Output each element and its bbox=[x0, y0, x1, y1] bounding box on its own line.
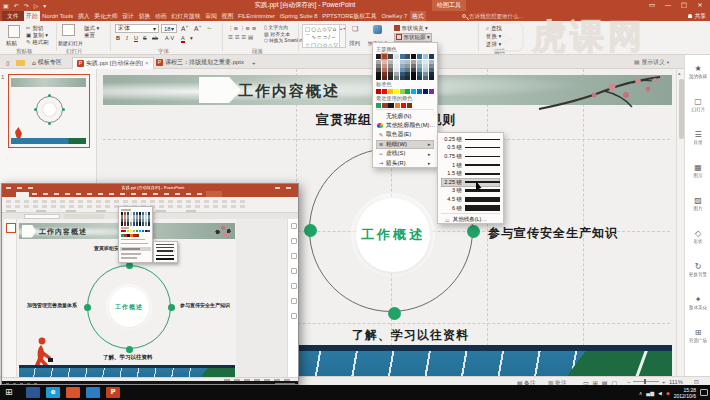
strikethrough-button[interactable]: S bbox=[143, 35, 147, 41]
weight-option-0[interactable]: 0.25 磅 bbox=[441, 135, 500, 144]
recent-color-5[interactable] bbox=[407, 103, 412, 108]
shrink-font-button[interactable]: A˅ bbox=[194, 25, 202, 33]
smartart-button[interactable]: ⬡ 转换为 SmartArt bbox=[264, 38, 302, 43]
outline-menu-item-line-dash[interactable]: ╍虚线(S)▸ bbox=[376, 149, 434, 158]
underline-button[interactable]: U bbox=[134, 35, 138, 41]
standard-color-5[interactable] bbox=[405, 89, 410, 94]
sidebar-item-幻灯片[interactable]: ▢幻灯片 bbox=[685, 88, 710, 121]
theme-variant-5-4[interactable] bbox=[405, 76, 410, 80]
sidebar-item-我的收藏[interactable]: ★我的收藏 bbox=[685, 55, 710, 88]
theme-color-3[interactable] bbox=[394, 54, 399, 59]
redo-icon[interactable]: ↷ bbox=[24, 2, 29, 9]
zoom-slider-thumb[interactable] bbox=[644, 379, 646, 384]
zoom-slider[interactable] bbox=[633, 381, 659, 382]
qat-customize-icon[interactable]: ▾ bbox=[43, 2, 46, 9]
char-spacing-button[interactable]: A·V bbox=[165, 35, 174, 41]
slide-thumbnail[interactable] bbox=[8, 74, 90, 148]
ribbon-tab-开始[interactable]: 开始 bbox=[24, 11, 40, 21]
weight-option-6[interactable]: 3 磅 bbox=[441, 187, 500, 196]
doc-tab-active[interactable]: P 实践.ppt [自动保存的] × bbox=[72, 57, 154, 70]
recent-color-0[interactable] bbox=[376, 103, 381, 108]
fit-slide-button[interactable]: ⊡ bbox=[694, 379, 699, 385]
italic-button[interactable]: I bbox=[126, 35, 128, 41]
zoom-out-button[interactable]: − bbox=[627, 379, 630, 385]
standard-color-6[interactable] bbox=[411, 89, 416, 94]
theme-color-6[interactable] bbox=[411, 54, 416, 59]
theme-color-7[interactable] bbox=[417, 54, 422, 59]
security-flag-icon[interactable]: ◆ bbox=[666, 390, 670, 396]
window-controls[interactable]: ▭—□× bbox=[644, 0, 708, 11]
sidebar-item-目录[interactable]: ☰目录 bbox=[685, 121, 710, 154]
ribbon-tab-OneKey 7[interactable]: OneKey 7 bbox=[379, 11, 410, 21]
open-folder-icon[interactable] bbox=[12, 57, 29, 70]
font-color-dropdown[interactable]: ▾ bbox=[190, 35, 193, 41]
sidebar-item-更换背景[interactable]: ↻更换背景 bbox=[685, 253, 710, 286]
restore-icon[interactable]: □ bbox=[676, 0, 692, 11]
diagram-center-circle[interactable]: 工作概述 bbox=[356, 198, 430, 272]
font-name-select[interactable]: 宋体▾ bbox=[115, 24, 159, 33]
tray-expand-icon[interactable]: ∧ bbox=[639, 390, 643, 396]
layout-button[interactable]: 版式 ▾ bbox=[84, 25, 99, 32]
standard-color-9[interactable] bbox=[429, 89, 434, 94]
weight-option-1[interactable]: 0.5 磅 bbox=[441, 144, 500, 153]
ribbon-tab-格式[interactable]: 格式 bbox=[410, 11, 426, 21]
banner-hexagon-shape[interactable] bbox=[199, 77, 241, 103]
show-notes-toggle[interactable]: ▤ 显示讲义 ▾ bbox=[634, 57, 669, 67]
theme-variant-3-4[interactable] bbox=[394, 76, 399, 80]
diagram-bottom-dot[interactable] bbox=[388, 307, 401, 320]
more-lines-item[interactable]: ▭ 其他线条(L)… bbox=[441, 215, 500, 224]
doc-tab-other[interactable]: P 课程三：排版规划之重要.pptx bbox=[152, 57, 248, 70]
scroll-up-icon[interactable]: ▴ bbox=[678, 70, 681, 76]
sidebar-item-图片[interactable]: ▨图片 bbox=[685, 187, 710, 220]
standard-color-1[interactable] bbox=[382, 89, 387, 94]
outline-menu-item-color-wheel[interactable]: 其他轮廓颜色(M)… bbox=[376, 121, 434, 130]
slide-title[interactable]: 工作内容概述 bbox=[238, 82, 340, 101]
ribbon-tab-视图[interactable]: 视图 bbox=[219, 11, 235, 21]
new-slide-button[interactable]: 新建幻灯片 bbox=[58, 40, 83, 46]
paste-button[interactable]: 粘贴 bbox=[6, 40, 17, 47]
font-color-button[interactable]: A bbox=[181, 35, 185, 43]
text-direction-button[interactable]: ▯ 文字方向 bbox=[264, 24, 288, 30]
sidebar-item-形状[interactable]: ◇形状 bbox=[685, 220, 710, 253]
doc-tab-template-zone[interactable]: ⌂ 模板专区 bbox=[28, 57, 66, 70]
align-text-button[interactable]: ▥ 对齐文本 bbox=[264, 31, 290, 37]
ribbon-tab-文件[interactable]: 文件 bbox=[2, 11, 24, 21]
undo-icon[interactable]: ↶ bbox=[14, 2, 19, 9]
copy-button[interactable]: ▣ 复制 ▾ bbox=[26, 32, 48, 39]
theme-color-4[interactable] bbox=[400, 54, 405, 59]
theme-color-9[interactable] bbox=[429, 54, 434, 59]
weight-option-5[interactable]: 2.25 磅 bbox=[441, 178, 500, 187]
theme-variant-8-4[interactable] bbox=[423, 76, 428, 80]
taskbar-clock[interactable]: 15:28 2012/10/6 bbox=[674, 387, 696, 399]
bold-button[interactable]: B bbox=[116, 35, 120, 41]
start-button[interactable]: ⊞ bbox=[5, 388, 13, 397]
weight-option-2[interactable]: 0.75 磅 bbox=[441, 152, 500, 161]
save-icon[interactable]: ▣ bbox=[3, 2, 9, 9]
arrange-button[interactable]: 排列 bbox=[349, 40, 360, 47]
reset-button[interactable]: 重置 bbox=[84, 32, 95, 39]
shape-fill-button[interactable]: 形状填充 ▾ bbox=[394, 25, 428, 32]
outline-menu-item-eyedropper[interactable]: ✎取色器(E) bbox=[376, 130, 434, 139]
alignment-buttons[interactable]: ☰ ☰ ☰ ▤ bbox=[228, 34, 253, 40]
zoom-level[interactable]: 111% bbox=[669, 379, 683, 385]
volume-icon[interactable]: ◀ bbox=[658, 390, 662, 396]
ribbon-tab-动画[interactable]: 动画 bbox=[153, 11, 169, 21]
recent-color-2[interactable] bbox=[388, 103, 393, 108]
sidebar-item-整体美化[interactable]: ✦整体美化 bbox=[685, 286, 710, 319]
ribbon-tab-Nordri Tools[interactable]: Nordri Tools bbox=[40, 11, 76, 21]
ribbon-display-options-icon[interactable]: ▭ bbox=[644, 0, 660, 11]
weight-option-7[interactable]: 4.5 磅 bbox=[441, 195, 500, 204]
ribbon-tab-美化大师[interactable]: 美化大师 bbox=[92, 11, 120, 21]
theme-variant-0-4[interactable] bbox=[376, 76, 381, 80]
taskbar-powerpoint-icon[interactable]: P bbox=[106, 387, 120, 398]
bullets-numbering-buttons[interactable]: ⋮≡ ⋮≡ ≡ bbox=[228, 25, 256, 31]
recent-color-1[interactable] bbox=[382, 103, 387, 108]
sidebar-item-图示[interactable]: ▦图示 bbox=[685, 154, 710, 187]
shadow-button[interactable]: ab bbox=[152, 35, 158, 41]
format-painter-button[interactable]: ✎ 格式刷 bbox=[26, 39, 49, 46]
theme-variant-4-4[interactable] bbox=[400, 76, 405, 80]
font-size-select[interactable]: 18▾ bbox=[161, 24, 177, 33]
shapes-gallery[interactable]: □○△◇▽⌂⌒∿⊂⊃/~☆□○◇△▽ bbox=[302, 24, 340, 48]
theme-color-0[interactable] bbox=[376, 54, 381, 59]
standard-color-4[interactable] bbox=[400, 89, 405, 94]
